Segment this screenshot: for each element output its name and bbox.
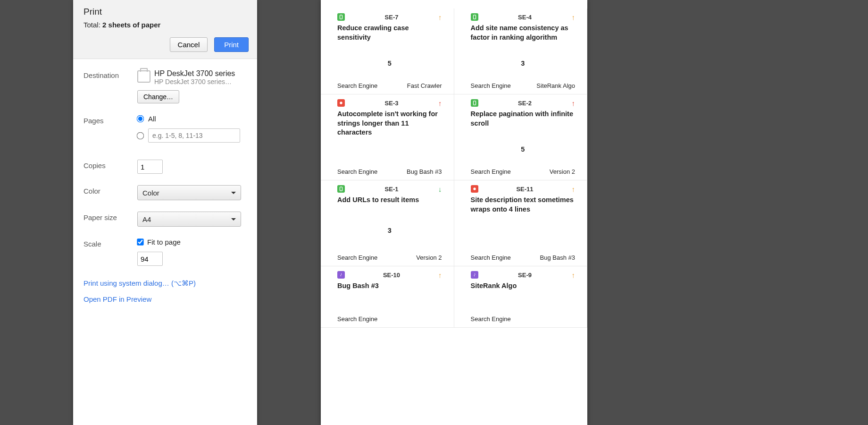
color-row: Color Color xyxy=(83,179,250,206)
destination-row: Destination HP DeskJet 3700 series HP De… xyxy=(83,64,250,109)
paper-label: Paper size xyxy=(83,212,137,221)
priority-icon: ↓ xyxy=(438,186,442,193)
issue-title: Add site name consistency as factor in r… xyxy=(471,24,576,42)
cancel-button[interactable]: Cancel xyxy=(170,37,208,52)
pages-range-input[interactable] xyxy=(148,128,240,143)
story-points: 5 xyxy=(471,128,576,166)
pages-row: Pages All xyxy=(83,109,250,154)
project-name: Search Engine xyxy=(471,254,511,261)
story-points xyxy=(471,214,576,252)
card-footer: Search EngineVersion 2 xyxy=(471,166,576,175)
svg-rect-3 xyxy=(473,101,476,105)
priority-icon: ↑ xyxy=(572,100,576,107)
pages-all-radio[interactable] xyxy=(137,115,144,123)
priority-icon: ↑ xyxy=(438,100,442,107)
card-top: SE-2↑ xyxy=(471,99,576,107)
priority-icon: ↑ xyxy=(572,14,576,21)
bug-icon xyxy=(337,99,345,107)
scale-row: Scale Fit to page xyxy=(83,232,250,272)
issue-title: Bug Bash #3 xyxy=(337,281,442,291)
scale-input[interactable] xyxy=(137,252,163,266)
bug-icon xyxy=(471,185,478,193)
scale-label: Scale xyxy=(83,238,137,248)
card-top: SE-9↑ xyxy=(471,271,576,279)
print-header: Print Total: 2 sheets of paper Cancel Pr… xyxy=(73,0,257,59)
pages-label: Pages xyxy=(83,115,137,125)
change-destination-button[interactable]: Change… xyxy=(137,90,179,103)
issue-card: SE-3↑Autocomplete isn't working for stri… xyxy=(321,94,454,180)
card-footer: Search EngineBug Bash #3 xyxy=(471,252,576,261)
svg-rect-0 xyxy=(340,15,342,19)
fit-to-page-checkbox[interactable] xyxy=(137,238,143,245)
issue-card: SE-2↑Replace pagination with infinite sc… xyxy=(454,94,588,180)
issue-id: SE-11 xyxy=(478,186,572,193)
card-top: SE-4↑ xyxy=(471,13,576,21)
story-points: 3 xyxy=(337,205,442,252)
paper-select[interactable]: A4 xyxy=(137,212,241,227)
svg-point-2 xyxy=(340,102,342,104)
card-grid: SE-7↑Reduce crawling case sensitivity5Se… xyxy=(321,0,587,328)
copies-input[interactable] xyxy=(137,160,163,174)
print-total: Total: 2 sheets of paper xyxy=(83,21,249,29)
story-points: 3 xyxy=(471,42,576,80)
svg-rect-1 xyxy=(473,15,476,19)
card-footer: Search Engine xyxy=(471,314,576,323)
issue-card: SE-10↑Bug Bash #3Search Engine xyxy=(321,266,454,328)
paper-select-value: A4 xyxy=(142,215,151,223)
priority-icon: ↑ xyxy=(572,272,576,279)
card-footer: Search EngineBug Bash #3 xyxy=(337,166,442,175)
pages-all-label: All xyxy=(148,115,156,123)
epic-name: Version 2 xyxy=(416,254,442,261)
printer-icon xyxy=(137,70,150,83)
color-select[interactable]: Color xyxy=(137,185,241,200)
card-top: SE-1↓ xyxy=(337,185,442,193)
project-name: Search Engine xyxy=(337,254,377,261)
destination-name: HP DeskJet 3700 series xyxy=(154,69,235,78)
priority-icon: ↑ xyxy=(438,14,442,21)
print-body: Destination HP DeskJet 3700 series HP De… xyxy=(73,59,257,425)
epic-icon xyxy=(471,271,478,279)
print-title: Print xyxy=(83,7,249,17)
epic-name: SiteRank Algo xyxy=(536,82,575,89)
issue-title: SiteRank Algo xyxy=(471,281,576,291)
print-total-value: 2 sheets of paper xyxy=(102,21,160,29)
svg-rect-4 xyxy=(340,187,342,191)
project-name: Search Engine xyxy=(471,315,511,323)
epic-name: Fast Crawler xyxy=(407,82,442,89)
system-dialog-link[interactable]: Print using system dialog… (⌥⌘P) xyxy=(83,279,250,288)
color-select-value: Color xyxy=(142,189,159,197)
card-footer: Search Engine xyxy=(337,314,442,323)
issue-card: SE-9↑SiteRank AlgoSearch Engine xyxy=(454,266,588,328)
story-points: 5 xyxy=(337,42,442,80)
copies-row: Copies xyxy=(83,154,250,179)
story-icon xyxy=(337,185,345,193)
paper-row: Paper size A4 xyxy=(83,206,250,232)
epic-name: Bug Bash #3 xyxy=(407,168,442,175)
print-total-prefix: Total: xyxy=(83,21,102,29)
issue-id: SE-2 xyxy=(478,100,572,107)
destination-label: Destination xyxy=(83,69,137,79)
project-name: Search Engine xyxy=(471,168,511,175)
issue-id: SE-3 xyxy=(345,100,438,107)
print-button[interactable]: Print xyxy=(214,37,249,52)
issue-id: SE-4 xyxy=(478,14,572,21)
issue-id: SE-10 xyxy=(345,272,438,279)
preview-page: SE-7↑Reduce crawling case sensitivity5Se… xyxy=(321,0,587,425)
project-name: Search Engine xyxy=(337,82,377,89)
priority-icon: ↑ xyxy=(438,272,442,279)
color-label: Color xyxy=(83,185,137,195)
open-pdf-link[interactable]: Open PDF in Preview xyxy=(83,295,250,303)
pages-range-radio[interactable] xyxy=(137,132,144,139)
epic-name: Bug Bash #3 xyxy=(540,254,575,261)
print-panel: Print Total: 2 sheets of paper Cancel Pr… xyxy=(73,0,257,425)
print-actions: Cancel Print xyxy=(83,37,249,52)
issue-title: Add URLs to result items xyxy=(337,196,442,205)
card-top: SE-3↑ xyxy=(337,99,442,107)
issue-card: SE-4↑Add site name consistency as factor… xyxy=(454,8,588,94)
card-top: SE-11↑ xyxy=(471,185,576,193)
issue-title: Reduce crawling case sensitivity xyxy=(337,24,442,42)
issue-id: SE-1 xyxy=(345,186,438,193)
project-name: Search Engine xyxy=(471,82,511,89)
project-name: Search Engine xyxy=(337,168,377,175)
story-points xyxy=(337,291,442,314)
